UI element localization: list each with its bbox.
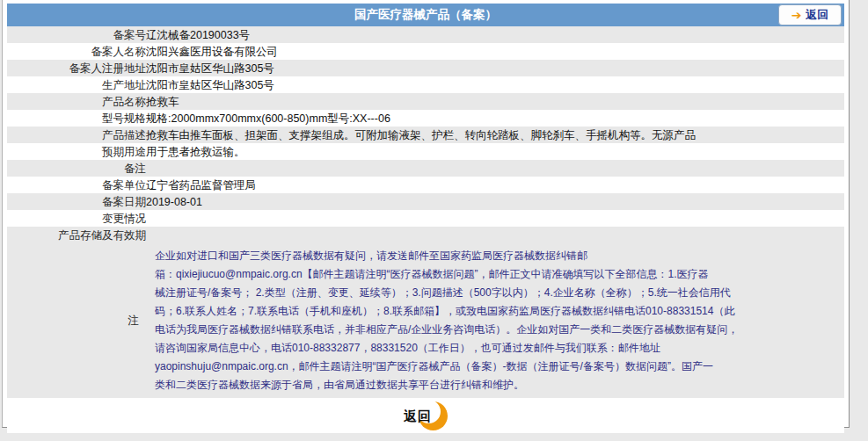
field-value: 规格:2000mmx700mmx(600-850)mm型号:XX---06	[146, 110, 844, 127]
field-value: 抢救车由推车面板、担架面、支撑架组成。可附加输液架、护栏、转向轮踏板、脚轮刹车、…	[146, 127, 844, 143]
back-button-bottom-label: 返回	[404, 401, 432, 430]
field-value: 沈阳市皇姑区华山路305号	[146, 60, 844, 76]
field-row: 生产地址 沈阳市皇姑区华山路305号	[7, 76, 844, 93]
note-label: 注	[7, 314, 146, 329]
note-line: 企业如对进口和国产三类医疗器械数据有疑问，请发送邮件至国家药监局医疗器械数据纠错…	[155, 247, 844, 265]
note-row: 注 企业如对进口和国产三类医疗器械数据有疑问，请发送邮件至国家药监局医疗器械数据…	[7, 243, 844, 398]
fields-table: 备案号 辽沈械备20190033号 备案人名称 沈阳兴鑫医用设备有限公司 备案人…	[7, 26, 844, 243]
note-line: 请咨询国家局信息中心，电话010-88332877，88331520（工作日），…	[155, 339, 844, 358]
page: { "header": { "title": "国产医疗器械产品（备案）", "…	[0, 0, 868, 441]
field-row: 产品描述 抢救车由推车面板、担架面、支撑架组成。可附加输液架、护栏、转向轮踏板、…	[7, 127, 844, 143]
header-bar: 国产医疗器械产品（备案） ➔ 返回	[7, 4, 844, 26]
field-label: 产品名称	[7, 93, 146, 110]
back-button-top[interactable]: ➔ 返回	[778, 4, 842, 25]
field-row: 产品名称 抢救车	[7, 93, 844, 110]
field-row: 产品存储及有效期	[7, 227, 844, 243]
back-button-bottom[interactable]: 返回	[404, 401, 448, 430]
field-value: 沈阳市皇姑区华山路305号	[146, 76, 844, 93]
field-label: 变更情况	[7, 210, 146, 227]
note-text: 企业如对进口和国产三类医疗器械数据有疑问，请发送邮件至国家药监局医疗器械数据纠错…	[146, 243, 844, 398]
field-value: 辽宁省药品监督管理局	[146, 177, 844, 193]
field-label: 备注	[7, 160, 146, 177]
right-arrow-icon: ➔	[791, 9, 802, 21]
back-button-top-label: 返回	[806, 7, 828, 23]
note-line: 械注册证号/备案号； 2.类型（注册、变更、延续等）；3.问题描述（500字以内…	[155, 284, 844, 302]
field-label: 备案人注册地址	[7, 60, 146, 76]
note-line: yaopinshuju@nmpaic.org.cn，邮件主题请注明“国产医疗器械…	[155, 358, 844, 376]
field-value	[146, 227, 844, 243]
field-row: 备案单位 辽宁省药品监督管理局	[7, 177, 844, 193]
field-label: 备案单位	[7, 177, 146, 193]
field-value: 2019-08-01	[146, 193, 844, 210]
field-label: 备案号	[7, 26, 146, 43]
field-row: 备案人名称 沈阳兴鑫医用设备有限公司	[7, 43, 844, 60]
page-title: 国产医疗器械产品（备案）	[354, 7, 497, 23]
field-label: 型号规格	[7, 110, 146, 127]
note-line: 码；6.联系人姓名；7.联系电话（手机和座机）；8.联系邮箱】，或致电国家药监局…	[155, 302, 844, 321]
field-value: 抢救车	[146, 93, 844, 110]
content-inner: 国产医疗器械产品（备案） ➔ 返回 备案号 辽沈械备20190033号 备案人名…	[7, 4, 844, 433]
field-label: 产品存储及有效期	[7, 227, 146, 243]
footer: 返回	[7, 398, 844, 433]
field-row: 变更情况	[7, 210, 844, 227]
field-label: 备案日期	[7, 193, 146, 210]
field-label: 生产地址	[7, 76, 146, 93]
note-line: 电话为我局医疗器械数据纠错联系电话，并非相应产品/企业业务咨询电话）。企业如对国…	[155, 321, 844, 339]
field-value: 沈阳兴鑫医用设备有限公司	[146, 43, 844, 60]
note-line: 类和二类医疗器械数据来源于省局，由省局通过数据共享平台进行纠错和维护。	[155, 376, 844, 394]
content-panel: 国产医疗器械产品（备案） ➔ 返回 备案号 辽沈械备20190033号 备案人名…	[2, 0, 850, 428]
field-value	[146, 160, 844, 177]
field-row: 备案号 辽沈械备20190033号	[7, 26, 844, 43]
field-row: 备案日期 2019-08-01	[7, 193, 844, 210]
fields-table-body: 备案号 辽沈械备20190033号 备案人名称 沈阳兴鑫医用设备有限公司 备案人…	[7, 26, 844, 243]
field-value: 辽沈械备20190033号	[146, 26, 844, 43]
field-row: 预期用途 用于患者抢救运输。	[7, 143, 844, 160]
field-row: 型号规格 规格:2000mmx700mmx(600-850)mm型号:XX---…	[7, 110, 844, 127]
field-label: 产品描述	[7, 127, 146, 143]
field-row: 备案人注册地址 沈阳市皇姑区华山路305号	[7, 60, 844, 76]
field-row: 备注	[7, 160, 844, 177]
field-label: 备案人名称	[7, 43, 146, 60]
field-label: 预期用途	[7, 143, 146, 160]
field-value	[146, 210, 844, 227]
field-value: 用于患者抢救运输。	[146, 143, 844, 160]
note-line: 箱：qixiejiucuo@nmpaic.org.cn【邮件主题请注明“医疗器械…	[155, 265, 844, 284]
